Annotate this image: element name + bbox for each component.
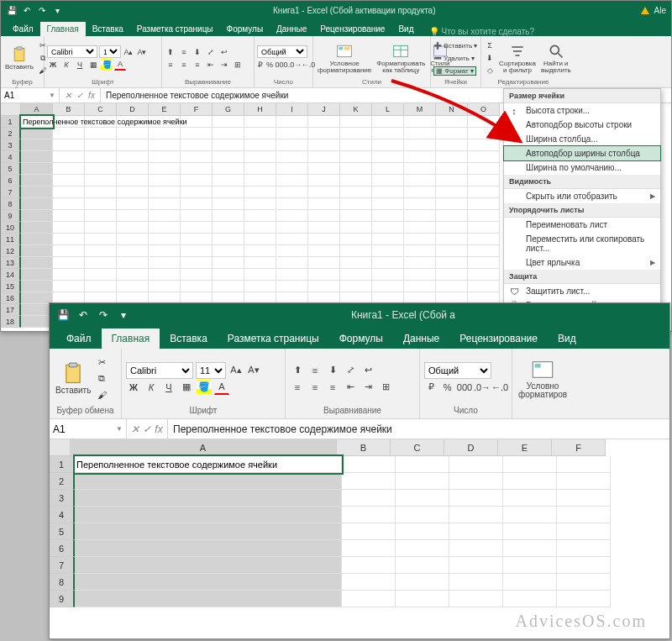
fill-button[interactable]: ⬇ (484, 52, 496, 64)
cell[interactable] (340, 245, 372, 257)
column-header[interactable]: F (552, 439, 606, 456)
cell[interactable] (53, 269, 85, 281)
cell[interactable] (404, 281, 436, 292)
cell[interactable] (468, 234, 500, 245)
merge-button[interactable]: ⊞ (378, 380, 393, 395)
cell[interactable] (449, 456, 503, 473)
tab-file[interactable]: Файл (6, 22, 40, 36)
underline-button[interactable]: Ч (74, 59, 86, 71)
cell[interactable] (181, 128, 213, 139)
cell[interactable] (117, 151, 149, 163)
cell[interactable] (149, 128, 181, 139)
cell[interactable] (244, 128, 276, 139)
cell[interactable] (308, 210, 340, 222)
cell[interactable] (21, 128, 53, 139)
row-header[interactable]: 18 (1, 316, 21, 328)
cell[interactable] (21, 187, 53, 198)
cell[interactable] (404, 269, 436, 281)
cell[interactable] (436, 198, 468, 210)
cell[interactable] (149, 245, 181, 257)
cell[interactable] (75, 591, 342, 607)
align-top-button[interactable]: ⬆ (165, 46, 176, 58)
cell[interactable] (21, 269, 53, 281)
tab-review[interactable]: Рецензирование (313, 22, 391, 36)
cell[interactable] (53, 281, 85, 292)
cell[interactable] (213, 175, 244, 187)
tab-insert[interactable]: Вставка (86, 22, 130, 36)
cell[interactable] (276, 245, 308, 257)
cell[interactable] (308, 175, 340, 187)
cell[interactable] (244, 198, 276, 210)
border-button[interactable]: ▦ (87, 59, 99, 71)
increase-indent-button[interactable]: ⇥ (360, 380, 375, 395)
cell[interactable] (53, 234, 85, 245)
row-header[interactable]: 8 (1, 198, 21, 210)
align-center-button[interactable]: ≡ (307, 380, 323, 395)
cell[interactable] (557, 456, 611, 473)
italic-button[interactable]: К (144, 380, 159, 395)
cell[interactable] (244, 269, 276, 281)
paste-button[interactable]: Вставить (54, 361, 92, 396)
percent-button[interactable]: % (441, 380, 455, 395)
cell[interactable] (396, 456, 449, 473)
underline-button[interactable]: Ч (161, 380, 176, 395)
cell[interactable] (436, 175, 468, 187)
orientation-button[interactable]: ⤢ (343, 363, 358, 378)
cell[interactable] (404, 187, 436, 198)
cell[interactable] (53, 163, 85, 175)
cell[interactable] (276, 234, 308, 245)
cell[interactable] (557, 473, 611, 490)
decrease-indent-button[interactable]: ⇤ (205, 59, 217, 71)
cell[interactable] (276, 187, 308, 198)
menu-move-copy-sheet[interactable]: Переместить или скопировать лист... (504, 232, 660, 255)
fx-button[interactable]: fx (154, 423, 164, 435)
column-header[interactable]: L (372, 103, 404, 116)
cell[interactable] (181, 175, 213, 187)
cell[interactable] (372, 175, 404, 187)
cell[interactable] (503, 557, 557, 574)
cell[interactable] (404, 151, 436, 163)
tab-layout[interactable]: Разметка страницы (130, 22, 220, 36)
cell[interactable] (340, 198, 372, 210)
cell[interactable] (342, 507, 396, 523)
redo-icon[interactable]: ↷ (36, 4, 48, 16)
tab-formulas[interactable]: Формулы (329, 328, 393, 349)
cell[interactable] (308, 257, 340, 269)
cell[interactable] (53, 198, 85, 210)
cell[interactable] (308, 139, 340, 151)
cell[interactable] (308, 234, 340, 245)
fx-button[interactable]: fx (87, 91, 97, 100)
cell[interactable] (244, 210, 276, 222)
font-name-select[interactable]: Calibri (126, 362, 193, 379)
cell[interactable] (117, 222, 149, 234)
cell[interactable] (213, 281, 244, 292)
wrap-text-button[interactable]: ↩ (218, 46, 230, 58)
cell[interactable] (340, 222, 372, 234)
cell[interactable] (449, 574, 503, 591)
cell[interactable] (396, 540, 449, 557)
row-header[interactable]: 14 (1, 269, 21, 281)
cell[interactable]: Переполненное текстовое содержимое ячейк… (75, 456, 342, 473)
decrease-font-button[interactable]: A▾ (246, 363, 261, 378)
cell[interactable] (404, 175, 436, 187)
cell[interactable] (181, 234, 213, 245)
cell[interactable] (342, 591, 396, 607)
cell[interactable] (372, 234, 404, 245)
cell[interactable] (340, 269, 372, 281)
cell[interactable] (342, 557, 396, 574)
cell[interactable] (21, 198, 53, 210)
cell[interactable] (149, 257, 181, 269)
fill-color-button[interactable]: 🪣 (101, 59, 113, 71)
cell[interactable] (21, 139, 53, 151)
cell[interactable] (372, 281, 404, 292)
cell[interactable] (436, 245, 468, 257)
cell[interactable] (53, 128, 85, 139)
align-left-button[interactable]: ≡ (165, 59, 176, 71)
tab-insert[interactable]: Вставка (160, 328, 218, 349)
cell[interactable] (213, 222, 244, 234)
tab-data[interactable]: Данные (270, 22, 313, 36)
row-header[interactable]: 6 (1, 175, 21, 187)
paste-button[interactable]: Вставить (3, 45, 35, 71)
currency-button[interactable]: ₽ (424, 380, 438, 395)
cell[interactable] (436, 269, 468, 281)
